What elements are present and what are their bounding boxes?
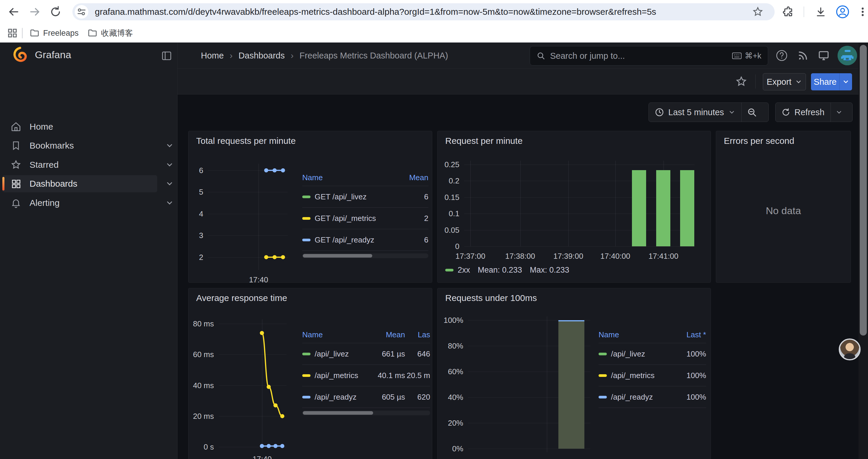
browser-toolbar: grafana.mathmast.com/d/deytv4rwavabkb/fr… [0,0,868,24]
profile-avatar-icon[interactable] [835,4,850,20]
sidebar-item-starred[interactable]: Starred [2,156,157,173]
user-avatar[interactable] [838,46,857,65]
bookmark-folder-freeleaps[interactable]: Freeleaps [30,26,79,40]
chevron-down-icon[interactable] [163,137,176,154]
url-text[interactable]: grafana.mathmast.com/d/deytv4rwavabkb/fr… [95,3,754,21]
reload-icon[interactable] [48,4,63,20]
legend-inline[interactable]: 2xx Mean: 0.233 Max: 0.233 [445,266,569,275]
refresh-button[interactable]: Refresh [776,103,831,122]
breadcrumb-current: Freeleaps Metrics Dashboard (ALPHA) [300,51,448,61]
rss-icon[interactable] [795,47,811,64]
share-split-button[interactable]: Share [811,73,852,90]
folder-icon [30,28,39,38]
apps-grid-icon[interactable] [5,25,20,41]
panel-total-requests[interactable]: Total requests per minute 6543217:40 Nam… [188,131,432,283]
legend-row[interactable]: /api/_livez 661 µs 646 [302,343,430,365]
bookmark-folder-blogs[interactable]: 收藏博客 [88,26,133,40]
help-icon[interactable] [773,47,790,64]
chevron-down-icon[interactable] [163,194,176,211]
breadcrumb-home[interactable]: Home [201,51,224,61]
grafana-logo-icon [12,47,28,63]
zoom-out-icon [747,107,757,117]
sidebar-item-bookmarks[interactable]: Bookmarks [2,137,157,154]
sidebar-item-label: Alerting [30,198,60,208]
series-swatch [302,374,311,377]
panel-title[interactable]: Request per minute [445,136,523,146]
sidebar-item-label: Starred [30,160,59,170]
series-swatch [302,196,311,198]
panel-title[interactable]: Requests under 100ms [445,293,537,303]
legend-scrollbar[interactable] [302,411,430,415]
legend-col-name[interactable]: Name [598,330,674,339]
legend-max: Max: 0.233 [530,266,569,275]
legend-row[interactable]: /api/_readyz 605 µs 620 [302,386,430,408]
panel-requests-under-100ms[interactable]: Requests under 100ms 100%80%60%40%20%0%1… [437,288,711,459]
scrollbar-thumb[interactable] [860,45,867,335]
export-button[interactable]: Export [763,73,806,90]
avatar-pixel-robot-icon [838,46,857,65]
page-scrollbar[interactable] [859,42,868,459]
sidebar-item-home[interactable]: Home [2,118,157,135]
url-bar[interactable]: grafana.mathmast.com/d/deytv4rwavabkb/fr… [72,3,775,21]
series-swatch [302,396,311,398]
star-icon [11,160,21,170]
forward-icon[interactable] [27,4,42,20]
legend-col-mean[interactable]: Mean [368,330,405,339]
grafana-sidebar [0,42,178,459]
sidebar-item-dashboards[interactable]: Dashboards [2,175,157,192]
chevron-down-icon[interactable] [163,156,176,173]
dashboards-grid-icon [11,178,21,189]
legend-col-mean[interactable]: Mean [402,173,428,182]
panel-avg-response-time[interactable]: Average response time 80 ms60 ms40 ms20 … [188,288,432,459]
legend-row[interactable]: /api/_readyz 100% [598,386,706,408]
legend-series: 2xx [458,266,470,275]
legend-col-last[interactable]: Las [405,330,430,339]
site-settings-icon[interactable] [75,5,88,19]
legend-row[interactable]: /api/_livez 100% [598,343,706,365]
screen: grafana.mathmast.com/d/deytv4rwavabkb/fr… [0,0,868,459]
panel-title[interactable]: Errors per second [724,136,794,146]
legend-row[interactable]: GET /api/_readyz 6 [302,229,428,251]
search-shortcut: ⌘+k [732,51,761,61]
panel-errors-per-second[interactable]: Errors per second No data [716,131,851,283]
legend-row[interactable]: /api/_metrics 100% [598,365,706,386]
dock-menu-toggle-icon[interactable] [159,49,174,63]
legend-col-name[interactable]: Name [302,330,368,339]
bookmark-star-icon[interactable] [752,6,764,19]
bookmark-label: 收藏博客 [101,28,133,38]
chevron-down-icon [842,78,849,85]
breadcrumb-dashboards[interactable]: Dashboards [239,51,284,61]
favorite-star-icon[interactable] [734,74,749,89]
time-range-picker[interactable]: Last 5 minutes [649,103,741,122]
legend-scrollbar[interactable] [302,254,428,258]
back-icon[interactable] [6,4,21,20]
assistant-avatar[interactable] [839,338,861,360]
sidebar-item-alerting[interactable]: Alerting [2,194,157,211]
legend-row[interactable]: GET /api/_livez 6 [302,186,428,208]
extensions-icon[interactable] [780,4,796,20]
refresh-icon [781,108,790,117]
share-button[interactable]: Share [811,73,840,90]
legend-col-last[interactable]: Last * [674,330,706,339]
legend-mean: Mean: 0.233 [478,266,522,275]
share-menu-button[interactable] [840,73,852,90]
downloads-icon[interactable] [813,4,829,20]
export-label: Export [767,77,792,87]
legend-row[interactable]: /api/_metrics 40.1 ms 20.5 m [302,365,430,386]
legend-row[interactable]: GET /api/_metrics 2 [302,208,428,229]
chevron-down-icon[interactable] [163,175,176,192]
panel-title[interactable]: Total requests per minute [196,136,296,146]
time-range-group: Last 5 minutes [649,102,769,122]
search-input[interactable]: Search or jump to... ⌘+k [530,46,768,66]
panel-title[interactable]: Average response time [196,293,287,303]
zoom-out-button[interactable] [742,103,762,122]
keyboard-icon [732,52,742,60]
panel-request-per-minute[interactable]: Request per minute 0.250.20.150.10.05017… [437,131,711,283]
menu-kebab-icon[interactable] [855,4,868,20]
clock-icon [655,107,664,117]
legend-col-name[interactable]: Name [302,173,402,182]
chevron-down-icon [795,78,802,85]
refresh-interval-button[interactable] [831,103,847,122]
series-swatch [302,239,311,241]
monitor-icon[interactable] [815,47,832,64]
